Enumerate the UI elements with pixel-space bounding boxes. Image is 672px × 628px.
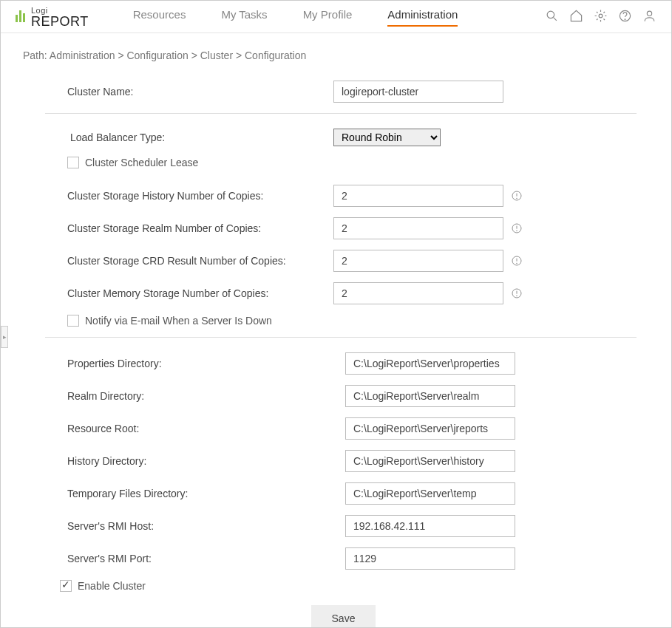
hist-dir-label: History Directory: [67, 455, 345, 467]
rmi-port-label: Server's RMI Port: [67, 553, 345, 564]
divider [45, 337, 637, 338]
mem-copies-label: Cluster Memory Storage Number of Copies: [67, 287, 333, 299]
notify-checkbox[interactable] [67, 315, 79, 327]
res-root-value: C:\LogiReport\Server\jreports [345, 417, 515, 440]
notify-label: Notify via E-mail When a Server Is Down [85, 315, 272, 327]
svg-point-5 [647, 11, 651, 16]
lb-type-label: Load Balancer Type: [67, 132, 333, 143]
header-icons [545, 9, 656, 26]
svg-point-14 [517, 263, 517, 264]
home-icon[interactable] [569, 9, 583, 26]
mem-copies-input[interactable] [333, 282, 503, 304]
scheduler-lease-checkbox[interactable] [67, 157, 79, 168]
nav-administration[interactable]: Administration [387, 8, 458, 27]
realm-dir-label: Realm Directory: [67, 390, 345, 402]
props-dir-value: C:\LogiReport\Server\properties [345, 352, 515, 375]
logo-bars-icon [16, 10, 27, 25]
rmi-host-label: Server's RMI Host: [67, 520, 345, 532]
save-button[interactable]: Save [311, 605, 376, 628]
svg-point-8 [517, 198, 517, 199]
rmi-host-value: 192.168.42.111 [345, 515, 515, 537]
info-icon[interactable] [511, 287, 523, 299]
svg-point-2 [599, 14, 603, 18]
help-icon[interactable] [618, 9, 632, 26]
realm-copies-input[interactable] [333, 217, 503, 239]
res-root-label: Resource Root: [67, 423, 345, 434]
user-icon[interactable] [642, 9, 656, 26]
info-icon[interactable] [511, 255, 523, 267]
breadcrumb: Path: Administration > Configuration > C… [23, 50, 649, 61]
hist-dir-value: C:\LogiReport\Server\history [345, 450, 515, 472]
scheduler-lease-label: Cluster Scheduler Lease [85, 157, 198, 168]
info-icon[interactable] [511, 222, 523, 234]
crd-copies-label: Cluster Storage CRD Result Number of Cop… [67, 255, 333, 267]
crd-copies-input[interactable] [333, 250, 503, 272]
svg-point-0 [547, 11, 554, 18]
lb-type-select[interactable]: Round Robin [333, 129, 441, 146]
hist-copies-input[interactable] [333, 185, 503, 207]
info-icon[interactable] [511, 190, 523, 202]
svg-line-1 [554, 18, 557, 21]
nav-resources[interactable]: Resources [133, 8, 186, 27]
realm-dir-value: C:\LogiReport\Server\realm [345, 385, 515, 407]
enable-cluster-checkbox[interactable] [60, 580, 72, 592]
cluster-name-label: Cluster Name: [67, 86, 333, 98]
svg-point-11 [517, 231, 517, 231]
realm-copies-label: Cluster Storage Realm Number of Copies: [67, 222, 333, 234]
form: Cluster Name: Load Balancer Type: Round … [23, 81, 649, 628]
temp-dir-label: Temporary Files Directory: [67, 488, 345, 499]
drag-handle-icon[interactable]: ▸ [1, 326, 8, 348]
search-icon[interactable] [545, 9, 559, 26]
nav: Resources My Tasks My Profile Administra… [133, 8, 545, 27]
hist-copies-label: Cluster Storage History Number of Copies… [67, 190, 333, 202]
logo: Logi REPORT [16, 7, 89, 28]
props-dir-label: Properties Directory: [67, 358, 345, 369]
temp-dir-value: C:\LogiReport\Server\temp [345, 482, 515, 505]
divider [45, 113, 637, 114]
svg-point-4 [625, 19, 625, 20]
enable-cluster-label: Enable Cluster [78, 580, 146, 592]
nav-my-tasks[interactable]: My Tasks [221, 8, 267, 27]
gear-icon[interactable] [594, 9, 608, 26]
cluster-name-input[interactable] [333, 81, 503, 103]
logo-bottom-text: REPORT [31, 15, 89, 28]
header: Logi REPORT Resources My Tasks My Profil… [1, 1, 671, 33]
svg-point-17 [517, 296, 517, 296]
nav-my-profile[interactable]: My Profile [303, 8, 353, 27]
rmi-port-value: 1129 [345, 547, 515, 570]
